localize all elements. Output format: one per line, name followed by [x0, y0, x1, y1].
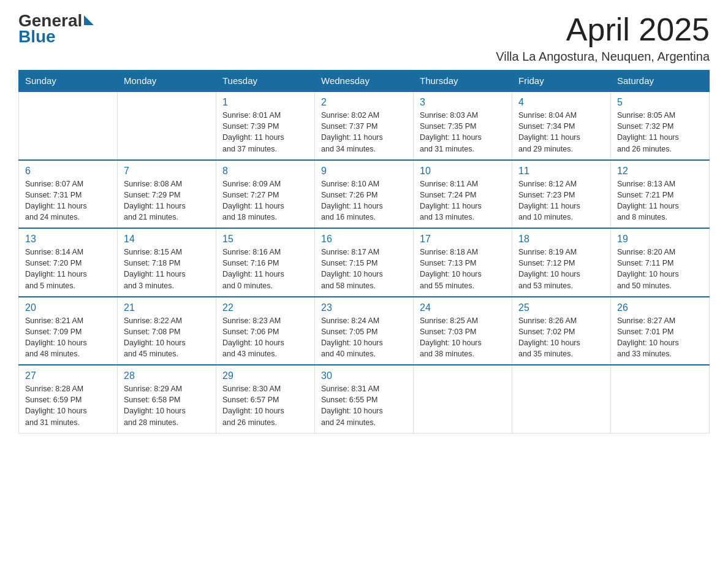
day-number: 26 — [617, 302, 703, 313]
day-info: Sunrise: 8:13 AM Sunset: 7:21 PM Dayligh… — [617, 178, 703, 223]
calendar-day-cell: 6Sunrise: 8:07 AM Sunset: 7:31 PM Daylig… — [19, 160, 118, 229]
calendar-day-cell: 30Sunrise: 8:31 AM Sunset: 6:55 PM Dayli… — [315, 365, 414, 433]
calendar-day-cell: 1Sunrise: 8:01 AM Sunset: 7:39 PM Daylig… — [216, 91, 315, 160]
calendar-day-cell: 5Sunrise: 8:05 AM Sunset: 7:32 PM Daylig… — [611, 91, 710, 160]
day-number: 10 — [420, 166, 506, 177]
calendar-weekday-header: Monday — [118, 71, 216, 92]
day-info: Sunrise: 8:11 AM Sunset: 7:24 PM Dayligh… — [420, 178, 506, 223]
day-info: Sunrise: 8:19 AM Sunset: 7:12 PM Dayligh… — [518, 247, 604, 291]
calendar-day-cell: 7Sunrise: 8:08 AM Sunset: 7:29 PM Daylig… — [118, 160, 216, 229]
calendar-day-cell: 11Sunrise: 8:12 AM Sunset: 7:23 PM Dayli… — [512, 160, 611, 229]
logo: General Blue — [18, 12, 94, 45]
calendar-day-cell: 26Sunrise: 8:27 AM Sunset: 7:01 PM Dayli… — [611, 297, 710, 366]
calendar-day-cell: 20Sunrise: 8:21 AM Sunset: 7:09 PM Dayli… — [19, 297, 118, 366]
day-info: Sunrise: 8:12 AM Sunset: 7:23 PM Dayligh… — [518, 178, 604, 223]
page-header: General Blue April 2025 Villa La Angostu… — [18, 12, 710, 64]
day-info: Sunrise: 8:07 AM Sunset: 7:31 PM Dayligh… — [25, 178, 111, 223]
day-info: Sunrise: 8:26 AM Sunset: 7:02 PM Dayligh… — [518, 315, 604, 360]
calendar-weekday-header: Wednesday — [315, 71, 414, 92]
day-number: 24 — [420, 302, 506, 313]
calendar-weekday-header: Friday — [512, 71, 611, 92]
day-info: Sunrise: 8:21 AM Sunset: 7:09 PM Dayligh… — [25, 315, 111, 360]
day-number: 21 — [124, 302, 210, 313]
calendar-day-cell: 3Sunrise: 8:03 AM Sunset: 7:35 PM Daylig… — [414, 91, 512, 160]
day-number: 20 — [25, 302, 111, 313]
calendar-weekday-header: Sunday — [19, 71, 118, 92]
calendar-day-cell: 10Sunrise: 8:11 AM Sunset: 7:24 PM Dayli… — [414, 160, 512, 229]
svg-marker-0 — [84, 15, 94, 25]
day-info: Sunrise: 8:03 AM Sunset: 7:35 PM Dayligh… — [420, 110, 506, 155]
day-number: 8 — [222, 166, 308, 177]
calendar-day-cell — [512, 365, 611, 433]
day-number: 25 — [518, 302, 604, 313]
calendar-day-cell: 25Sunrise: 8:26 AM Sunset: 7:02 PM Dayli… — [512, 297, 611, 366]
calendar-day-cell: 22Sunrise: 8:23 AM Sunset: 7:06 PM Dayli… — [216, 297, 315, 366]
day-number: 19 — [617, 234, 703, 245]
day-info: Sunrise: 8:29 AM Sunset: 6:58 PM Dayligh… — [124, 383, 210, 428]
day-number: 3 — [420, 97, 506, 108]
calendar-day-cell: 17Sunrise: 8:18 AM Sunset: 7:13 PM Dayli… — [414, 228, 512, 297]
day-number: 13 — [25, 234, 111, 245]
calendar-header-row: SundayMondayTuesdayWednesdayThursdayFrid… — [19, 71, 710, 92]
calendar-day-cell — [118, 91, 216, 160]
day-number: 27 — [25, 370, 111, 381]
calendar-weekday-header: Saturday — [611, 71, 710, 92]
title-section: April 2025 Villa La Angostura, Neuquen, … — [496, 12, 710, 64]
day-number: 1 — [222, 97, 308, 108]
day-info: Sunrise: 8:27 AM Sunset: 7:01 PM Dayligh… — [617, 315, 703, 360]
calendar-day-cell — [19, 91, 118, 160]
calendar-day-cell: 28Sunrise: 8:29 AM Sunset: 6:58 PM Dayli… — [118, 365, 216, 433]
logo-blue-text: Blue — [18, 28, 94, 45]
day-number: 12 — [617, 166, 703, 177]
day-number: 29 — [222, 370, 308, 381]
day-info: Sunrise: 8:17 AM Sunset: 7:15 PM Dayligh… — [321, 247, 407, 291]
calendar-day-cell: 16Sunrise: 8:17 AM Sunset: 7:15 PM Dayli… — [315, 228, 414, 297]
day-info: Sunrise: 8:31 AM Sunset: 6:55 PM Dayligh… — [321, 383, 407, 428]
day-number: 16 — [321, 234, 407, 245]
day-info: Sunrise: 8:18 AM Sunset: 7:13 PM Dayligh… — [420, 247, 506, 291]
day-info: Sunrise: 8:20 AM Sunset: 7:11 PM Dayligh… — [617, 247, 703, 291]
day-number: 17 — [420, 234, 506, 245]
day-number: 14 — [124, 234, 210, 245]
day-info: Sunrise: 8:16 AM Sunset: 7:16 PM Dayligh… — [222, 247, 308, 291]
calendar-day-cell — [414, 365, 512, 433]
logo-triangle-icon — [83, 15, 94, 26]
calendar-day-cell: 8Sunrise: 8:09 AM Sunset: 7:27 PM Daylig… — [216, 160, 315, 229]
calendar-day-cell: 24Sunrise: 8:25 AM Sunset: 7:03 PM Dayli… — [414, 297, 512, 366]
calendar-day-cell: 14Sunrise: 8:15 AM Sunset: 7:18 PM Dayli… — [118, 228, 216, 297]
calendar-week-row: 1Sunrise: 8:01 AM Sunset: 7:39 PM Daylig… — [19, 91, 710, 160]
day-info: Sunrise: 8:28 AM Sunset: 6:59 PM Dayligh… — [25, 383, 111, 428]
calendar-week-row: 20Sunrise: 8:21 AM Sunset: 7:09 PM Dayli… — [19, 297, 710, 366]
day-number: 2 — [321, 97, 407, 108]
day-info: Sunrise: 8:22 AM Sunset: 7:08 PM Dayligh… — [124, 315, 210, 360]
day-info: Sunrise: 8:24 AM Sunset: 7:05 PM Dayligh… — [321, 315, 407, 360]
day-info: Sunrise: 8:14 AM Sunset: 7:20 PM Dayligh… — [25, 247, 111, 291]
calendar-table: SundayMondayTuesdayWednesdayThursdayFrid… — [18, 70, 710, 434]
calendar-week-row: 6Sunrise: 8:07 AM Sunset: 7:31 PM Daylig… — [19, 160, 710, 229]
calendar-day-cell: 19Sunrise: 8:20 AM Sunset: 7:11 PM Dayli… — [611, 228, 710, 297]
calendar-day-cell: 13Sunrise: 8:14 AM Sunset: 7:20 PM Dayli… — [19, 228, 118, 297]
calendar-weekday-header: Thursday — [414, 71, 512, 92]
day-info: Sunrise: 8:10 AM Sunset: 7:26 PM Dayligh… — [321, 178, 407, 223]
calendar-day-cell: 27Sunrise: 8:28 AM Sunset: 6:59 PM Dayli… — [19, 365, 118, 433]
day-info: Sunrise: 8:05 AM Sunset: 7:32 PM Dayligh… — [617, 110, 703, 155]
calendar-day-cell: 12Sunrise: 8:13 AM Sunset: 7:21 PM Dayli… — [611, 160, 710, 229]
calendar-day-cell: 18Sunrise: 8:19 AM Sunset: 7:12 PM Dayli… — [512, 228, 611, 297]
day-info: Sunrise: 8:23 AM Sunset: 7:06 PM Dayligh… — [222, 315, 308, 360]
calendar-day-cell: 9Sunrise: 8:10 AM Sunset: 7:26 PM Daylig… — [315, 160, 414, 229]
day-number: 9 — [321, 166, 407, 177]
day-info: Sunrise: 8:09 AM Sunset: 7:27 PM Dayligh… — [222, 178, 308, 223]
calendar-day-cell: 23Sunrise: 8:24 AM Sunset: 7:05 PM Dayli… — [315, 297, 414, 366]
day-info: Sunrise: 8:30 AM Sunset: 6:57 PM Dayligh… — [222, 383, 308, 428]
day-number: 6 — [25, 166, 111, 177]
day-info: Sunrise: 8:08 AM Sunset: 7:29 PM Dayligh… — [124, 178, 210, 223]
day-number: 4 — [518, 97, 604, 108]
calendar-day-cell — [611, 365, 710, 433]
day-number: 22 — [222, 302, 308, 313]
calendar-day-cell: 2Sunrise: 8:02 AM Sunset: 7:37 PM Daylig… — [315, 91, 414, 160]
day-number: 28 — [124, 370, 210, 381]
calendar-week-row: 13Sunrise: 8:14 AM Sunset: 7:20 PM Dayli… — [19, 228, 710, 297]
calendar-day-cell: 21Sunrise: 8:22 AM Sunset: 7:08 PM Dayli… — [118, 297, 216, 366]
calendar-week-row: 27Sunrise: 8:28 AM Sunset: 6:59 PM Dayli… — [19, 365, 710, 433]
day-number: 7 — [124, 166, 210, 177]
